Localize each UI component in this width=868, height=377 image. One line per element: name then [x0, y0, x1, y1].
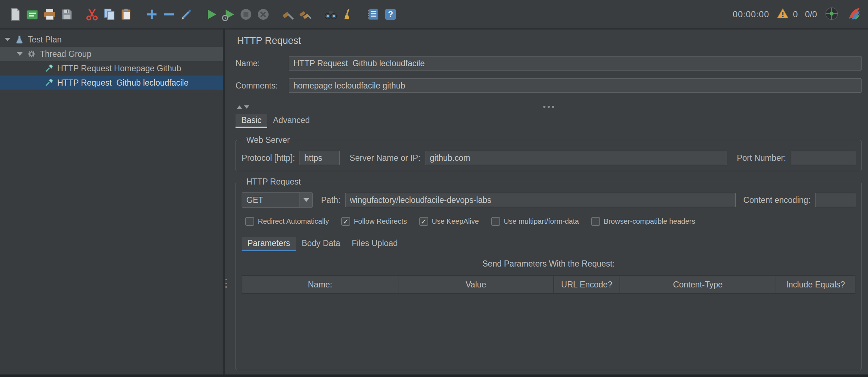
stop-icon[interactable] [237, 6, 255, 23]
elapsed-timer: 00:00:00 [733, 9, 769, 19]
method-select[interactable]: GET [242, 192, 313, 208]
checkbox-redirect-automatically[interactable]: Redirect Automatically [245, 217, 329, 226]
server-name-input[interactable] [425, 151, 727, 165]
collapse-splitter [236, 101, 862, 112]
parameters-table-header: Name: Value URL Encode? Content-Type Inc… [242, 275, 855, 294]
collapse-all-icon[interactable] [160, 6, 178, 23]
content-encoding-label: Content encoding: [743, 195, 810, 205]
divider-grip-icon[interactable]: ⋮ [221, 278, 232, 289]
clear-all-icon[interactable] [297, 6, 314, 23]
open-icon[interactable] [41, 6, 58, 23]
collapse-down-icon[interactable] [244, 105, 249, 109]
parameters-table-body[interactable] [242, 294, 855, 364]
tab-files-upload[interactable]: Files Upload [346, 237, 403, 251]
column-header-content-type[interactable]: Content-Type [620, 276, 776, 293]
checkbox-checked-icon [341, 217, 350, 226]
error-count: 0 [793, 9, 798, 19]
expand-arrow-icon[interactable] [5, 38, 10, 41]
warning-icon[interactable] [776, 7, 789, 22]
checkbox-browser-compatible-headers[interactable]: Browser-compatible headers [591, 217, 695, 226]
web-server-group: Web Server Protocol [http]: Server Name … [236, 135, 862, 171]
templates-icon[interactable] [24, 6, 41, 23]
panel-divider[interactable]: ⋮ [223, 29, 225, 374]
protocol-label: Protocol [http]: [242, 153, 295, 163]
page-title: HTTP Request [237, 35, 862, 47]
checkbox-use-keepalive[interactable]: Use KeepAlive [419, 217, 479, 226]
tree-item-http-request-homepage[interactable]: HTTP Request Homepage Github [0, 61, 223, 76]
http-request-legend: HTTP Request [243, 177, 304, 187]
content-area: Test Plan Thread Group HTTP Request Home… [0, 29, 868, 374]
basic-advanced-tabs: Basic Advanced [236, 114, 862, 128]
expand-arrow-icon[interactable] [17, 52, 23, 56]
checkbox-label: Browser-compatible headers [604, 217, 695, 226]
parameters-tabs: Parameters Body Data Files Upload [242, 237, 855, 251]
start-no-pauses-icon[interactable] [220, 6, 237, 23]
path-input[interactable] [345, 193, 736, 207]
thread-group-icon [27, 49, 37, 59]
tree-item-label: Test Plan [28, 35, 62, 45]
column-header-include-equals[interactable]: Include Equals? [776, 276, 855, 293]
method-value: GET [242, 193, 300, 207]
save-icon[interactable] [58, 6, 76, 23]
comments-input[interactable] [289, 78, 862, 93]
cut-icon[interactable] [83, 6, 101, 23]
shutdown-icon[interactable] [255, 6, 272, 23]
web-server-legend: Web Server [243, 135, 293, 145]
port-number-input[interactable] [791, 151, 855, 165]
checkbox-use-multipart[interactable]: Use multipart/form-data [491, 217, 579, 226]
checkbox-label: Redirect Automatically [258, 217, 329, 226]
jmeter-logo-icon [846, 6, 862, 23]
search-reset-icon[interactable] [339, 6, 357, 23]
tab-basic[interactable]: Basic [236, 114, 267, 128]
port-number-label: Port Number: [737, 153, 786, 163]
name-label: Name: [236, 59, 289, 68]
start-icon[interactable] [203, 6, 220, 23]
options-checkbox-row: Redirect Automatically Follow Redirects … [245, 217, 855, 226]
test-plan-tree: Test Plan Thread Group HTTP Request Home… [0, 29, 223, 374]
column-header-url-encode[interactable]: URL Encode? [554, 276, 620, 293]
checkbox-follow-redirects[interactable]: Follow Redirects [341, 217, 407, 226]
column-header-value[interactable]: Value [398, 276, 554, 293]
svg-text:?: ? [388, 10, 393, 19]
protocol-input[interactable] [300, 151, 340, 165]
collapse-up-icon[interactable] [237, 105, 242, 109]
name-input[interactable] [289, 56, 862, 71]
column-header-name[interactable]: Name: [242, 276, 398, 293]
http-request-icon [44, 78, 54, 88]
expand-all-icon[interactable] [143, 6, 160, 23]
active-threads-ratio: 0/0 [805, 9, 817, 19]
globe-icon [824, 6, 839, 23]
search-icon[interactable] [322, 6, 339, 23]
tree-item-test-plan[interactable]: Test Plan [0, 32, 223, 47]
main-toolbar: ? 00:00:00 0 0/0 [0, 0, 868, 29]
tree-item-thread-group[interactable]: Thread Group [0, 47, 223, 61]
jmeter-window: ? 00:00:00 0 0/0 Test Plan Thread Grou [0, 0, 868, 377]
splitter-handle-icon[interactable] [543, 106, 554, 108]
checkbox-label: Use KeepAlive [432, 217, 479, 226]
toggle-icon[interactable] [178, 6, 195, 23]
function-helper-icon[interactable] [365, 6, 382, 23]
http-request-editor: HTTP Request Name: Comments: Basic Advan… [225, 29, 868, 374]
http-request-icon [44, 63, 54, 73]
tab-body-data[interactable]: Body Data [296, 237, 346, 251]
tab-advanced[interactable]: Advanced [267, 114, 315, 128]
test-plan-icon [14, 35, 24, 45]
help-icon[interactable]: ? [382, 6, 399, 23]
clear-icon[interactable] [280, 6, 297, 23]
http-request-group: HTTP Request GET Path: Content encoding:… [236, 177, 862, 370]
send-parameters-caption: Send Parameters With the Request: [242, 259, 855, 269]
new-icon[interactable] [6, 6, 24, 23]
checkbox-icon [491, 217, 500, 226]
copy-icon[interactable] [101, 6, 118, 23]
tab-parameters[interactable]: Parameters [242, 237, 296, 251]
tree-item-label: HTTP Request Homepage Github [57, 64, 181, 73]
content-encoding-input[interactable] [815, 193, 855, 207]
checkbox-label: Follow Redirects [354, 217, 407, 226]
comments-label: Comments: [236, 81, 289, 91]
path-label: Path: [321, 195, 341, 205]
chevron-down-icon[interactable] [300, 193, 312, 207]
tree-item-http-request-lecloudfacile[interactable]: HTTP Request Github lecloudfacile [0, 76, 223, 90]
checkbox-checked-icon [419, 217, 428, 226]
checkbox-icon [591, 217, 600, 226]
paste-icon[interactable] [118, 6, 135, 23]
